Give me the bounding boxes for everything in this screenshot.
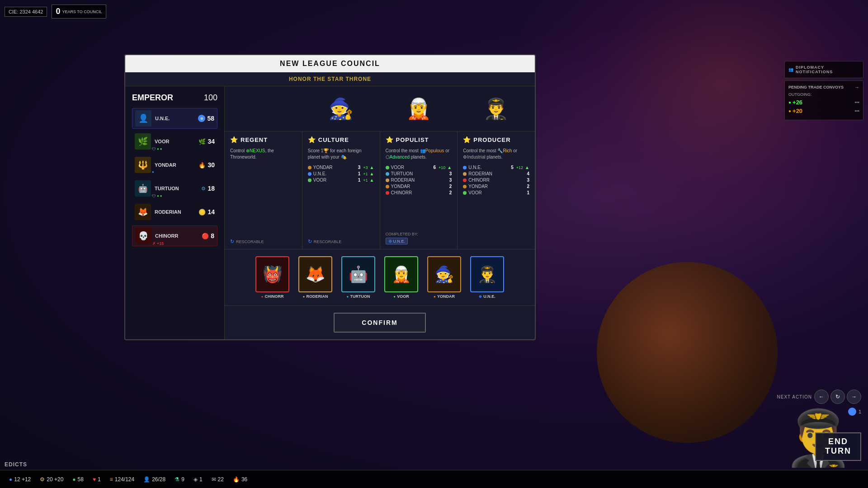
populist-score-chinorr: CHINORR 2 bbox=[386, 190, 452, 195]
faction-icon-voor[interactable]: 🧝 ● VOOR bbox=[384, 256, 418, 299]
emperor-panel: EMPEROR 100 👤 U.N.E. ⊕ 58 🌿 VOOR 🌿 34 bbox=[125, 86, 225, 339]
faction-name-chinorr: CHINORR bbox=[155, 233, 202, 239]
producer-portrait: 👨‍✈️ bbox=[480, 89, 512, 129]
voor-portrait-icon: 🧝 bbox=[384, 256, 418, 292]
pop-val: 1 bbox=[98, 476, 101, 483]
yondar-dot-pr bbox=[463, 185, 467, 188]
turtuon-dot-p bbox=[386, 172, 389, 176]
diplomacy-card: 👥 DIPLOMACY NOTIFICATIONS bbox=[784, 61, 863, 78]
populist-score-voor: VOOR 6 +10 ▲ bbox=[386, 165, 452, 170]
trade-menu-1[interactable]: ••• bbox=[854, 100, 859, 105]
faction-avatar-voor: 🌿 bbox=[135, 133, 151, 150]
cie-value: CIE: 2324 4642 bbox=[9, 9, 43, 14]
rod-dot-pr bbox=[463, 172, 467, 176]
turns-badge: 0 YEARS TO COUNCIL bbox=[52, 5, 106, 19]
populist-portrait-cell: 🧝 bbox=[380, 86, 458, 131]
action-btn-prev[interactable]: ← bbox=[814, 389, 829, 404]
producer-score-rod: RODERIAN 4 bbox=[463, 171, 529, 176]
yondar-score: 30 bbox=[208, 161, 215, 169]
special1-val: 1 bbox=[199, 476, 203, 483]
confirm-button[interactable]: CONFIRM bbox=[334, 313, 425, 333]
food-val: 124/124 bbox=[115, 476, 134, 483]
research-icon: ⚗ bbox=[175, 476, 179, 483]
faction-icon-turtuon[interactable]: 🤖 ● TURTUON bbox=[341, 256, 375, 299]
yondar-icons: ● bbox=[152, 167, 154, 175]
turns-label: YEARS TO COUNCIL bbox=[62, 9, 102, 14]
fire-val: 36 bbox=[241, 476, 247, 483]
research-val: 9 bbox=[181, 476, 184, 483]
turtuon-portrait-icon: 🤖 bbox=[341, 256, 375, 292]
producer-desc: Control the most 🔧Rich or ⚙Industrial pl… bbox=[463, 148, 529, 160]
turtuon-score: 18 bbox=[208, 185, 215, 192]
regent-scores bbox=[230, 165, 297, 235]
right-side-panel: 👥 DIPLOMACY NOTIFICATIONS PENDING TRADE … bbox=[782, 59, 866, 122]
une-dot-c bbox=[308, 172, 311, 176]
resource-messages: ✉ 22 bbox=[212, 476, 224, 483]
regent-portrait-cell bbox=[225, 86, 302, 131]
faction-row-une: 👤 U.N.E. ⊕ 58 bbox=[132, 108, 217, 129]
yondar-dot bbox=[308, 166, 311, 169]
end-turn-button[interactable]: ENDTURN bbox=[815, 432, 861, 461]
faction-icon-une[interactable]: 👨‍✈️ ⊕ U.N.E. bbox=[470, 256, 504, 299]
regent-card: ⭐ REGENT Control ⊕NEXUS, the Throneworld… bbox=[225, 131, 302, 249]
manpower-icon: 👤 bbox=[143, 476, 150, 483]
influence-val: 12 +12 bbox=[14, 476, 31, 483]
faction-row-voor: 🌿 VOOR 🌿 34 🛡 ● ● bbox=[132, 131, 217, 151]
production-val: 20 +20 bbox=[47, 476, 63, 483]
une-dot-pr bbox=[463, 166, 467, 169]
faction-avatar-turtuon: 🤖 bbox=[135, 180, 151, 197]
roles-area: 🧙 🧝 👨‍✈️ ⭐ REGENT Contr bbox=[225, 86, 535, 339]
action-btn-next[interactable]: → bbox=[847, 389, 861, 404]
producer-score-chinorr: CHINORR 3 bbox=[463, 178, 529, 183]
voor-dot-p bbox=[386, 166, 389, 169]
trade-menu-2[interactable]: ••• bbox=[854, 108, 859, 113]
action-btn-refresh[interactable]: ↻ bbox=[830, 389, 845, 404]
regent-name: REGENT bbox=[241, 136, 268, 143]
regent-rescorable: ↻ RESCORABLE bbox=[230, 239, 297, 244]
chinorr-dot-p bbox=[386, 191, 389, 195]
producer-score-yondar: YONDAR 2 bbox=[463, 184, 529, 189]
resource-research: ⚗ 9 bbox=[175, 476, 184, 483]
populist-portrait: 🧝 bbox=[403, 89, 434, 129]
roderian-portrait-icon: 🦊 bbox=[298, 256, 332, 292]
culture-card: ⭐ CULTURE Score 1🏆 for each foreign plan… bbox=[302, 131, 380, 249]
turtuon-icons: 🛡 ● ● bbox=[152, 194, 162, 198]
faction-icon-chinorr[interactable]: 👹 ● CHINORR bbox=[255, 256, 289, 299]
voor-icons: 🛡 ● ● bbox=[152, 147, 162, 151]
faction-name-voor: VOOR bbox=[155, 139, 198, 144]
populist-card: ⭐ POPULIST Control the most 👥Populous or… bbox=[380, 131, 458, 249]
trade-card: PENDING TRADE CONVOYS → OUTGOING: ● +26 … bbox=[784, 80, 863, 120]
rod-dot-p bbox=[386, 178, 389, 182]
faction-icon-yondar[interactable]: 🧙 ● YONDAR bbox=[427, 256, 461, 299]
faction-avatar-chinorr: 💀 bbox=[135, 228, 151, 244]
rod-icon: 🪙 bbox=[198, 209, 206, 216]
trade-row-2: ● +20 ••• bbox=[788, 108, 859, 114]
messages-icon: ✉ bbox=[212, 476, 216, 483]
populist-scores: VOOR 6 +10 ▲ TURTUON 3 RODERIAN bbox=[386, 165, 452, 229]
faction-icons-row: 👹 ● CHINORR 🦊 ● RODERIAN bbox=[225, 249, 535, 306]
faction-row-chinorr: 💀 CHINORR 🔴 8 ✗ +15 bbox=[132, 225, 217, 246]
yondar-icon: 🔥 bbox=[198, 162, 206, 169]
emperor-label: EMPEROR bbox=[132, 93, 173, 103]
producer-score-voor: VOOR 1 bbox=[463, 190, 529, 195]
culture-score-voor: VOOR 1 +1 ▲ bbox=[308, 178, 374, 183]
une-score: 58 bbox=[207, 115, 214, 122]
manpower-val: 26/28 bbox=[152, 476, 165, 483]
culture-score-yondar: YONDAR 3 +3 ▲ bbox=[308, 165, 374, 170]
action-counter-num: 1 bbox=[859, 409, 861, 414]
bottom-bar: ● 12 +12 ⚙ 20 +20 ● 58 ♥ 1 ≡ 124/124 👤 2… bbox=[0, 470, 868, 488]
trade-header: PENDING TRADE CONVOYS → bbox=[788, 84, 859, 90]
background-nebula bbox=[506, 0, 868, 271]
faction-avatar-roderian: 🦊 bbox=[135, 204, 151, 220]
emperor-title: EMPEROR 100 bbox=[132, 93, 217, 103]
faction-row-turtuon: 🤖 TURTUON ⚙ 18 🛡 ● ● bbox=[132, 178, 217, 198]
role-cards-row: ⭐ REGENT Control ⊕NEXUS, the Throneworld… bbox=[225, 131, 535, 249]
trade-val-1: +26 bbox=[793, 99, 802, 106]
food-icon: ≡ bbox=[110, 476, 113, 483]
resource-production: ⚙ 20 +20 bbox=[40, 476, 63, 483]
faction-icon-roderian[interactable]: 🦊 ● RODERIAN bbox=[298, 256, 332, 299]
faction-avatar-une: 👤 bbox=[135, 110, 151, 127]
confirm-row: CONFIRM bbox=[225, 306, 535, 339]
modal-title: NEW LEAGUE COUNCIL bbox=[125, 55, 535, 72]
producer-name: PRODUCER bbox=[473, 136, 510, 143]
